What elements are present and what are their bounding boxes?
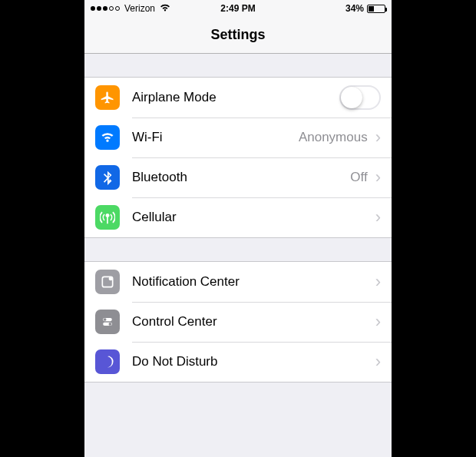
chevron-right-icon: › <box>375 313 381 330</box>
chevron-right-icon: › <box>375 169 381 186</box>
control-center-icon <box>95 310 120 334</box>
wifi-network-name: Anonymous <box>299 130 368 145</box>
chevron-right-icon: › <box>375 129 381 146</box>
battery-percentage: 34% <box>345 3 364 14</box>
chevron-right-icon: › <box>375 273 381 290</box>
row-airplane-mode[interactable]: Airplane Mode <box>84 78 392 118</box>
svg-point-5 <box>109 323 112 326</box>
row-label: Cellular <box>132 210 375 225</box>
settings-group-connectivity: Airplane Mode Wi-Fi Anonymous › Bluetoot… <box>84 77 392 238</box>
wifi-icon <box>160 3 170 14</box>
row-label: Notification Center <box>132 274 375 290</box>
row-label: Wi-Fi <box>132 130 299 145</box>
row-label: Airplane Mode <box>132 90 339 105</box>
svg-point-3 <box>104 318 107 321</box>
status-bar: Verizon 2:49 PM 34% <box>84 0 392 17</box>
airplane-icon <box>95 85 120 110</box>
signal-strength-icon <box>91 6 120 11</box>
row-wifi[interactable]: Wi-Fi Anonymous › <box>84 118 392 157</box>
settings-screen: Verizon 2:49 PM 34% Settings Airplane Mo… <box>84 0 392 457</box>
row-control-center[interactable]: Control Center › <box>84 302 392 342</box>
do-not-disturb-icon <box>95 349 120 374</box>
battery-icon <box>367 5 385 13</box>
carrier-label: Verizon <box>124 3 155 14</box>
notification-center-icon <box>95 270 120 294</box>
row-label: Do Not Disturb <box>132 354 375 369</box>
chevron-right-icon: › <box>375 209 381 226</box>
settings-group-system: Notification Center › Control Center › D… <box>84 261 392 382</box>
row-label: Bluetooth <box>132 170 350 185</box>
chevron-right-icon: › <box>375 353 381 370</box>
row-cellular[interactable]: Cellular › <box>84 197 392 237</box>
wifi-settings-icon <box>95 125 120 150</box>
airplane-toggle[interactable] <box>339 85 381 110</box>
row-bluetooth[interactable]: Bluetooth Off › <box>84 157 392 197</box>
row-notification-center[interactable]: Notification Center › <box>84 262 392 302</box>
page-title: Settings <box>210 27 265 43</box>
bluetooth-icon <box>95 165 120 190</box>
bluetooth-status: Off <box>350 170 367 185</box>
clock: 2:49 PM <box>220 3 255 14</box>
status-right: 34% <box>345 3 385 14</box>
row-do-not-disturb[interactable]: Do Not Disturb › <box>84 342 392 382</box>
status-left: Verizon <box>91 3 170 14</box>
nav-bar: Settings <box>84 17 392 54</box>
cellular-icon <box>95 205 120 230</box>
svg-point-1 <box>109 277 113 280</box>
row-label: Control Center <box>132 314 375 330</box>
